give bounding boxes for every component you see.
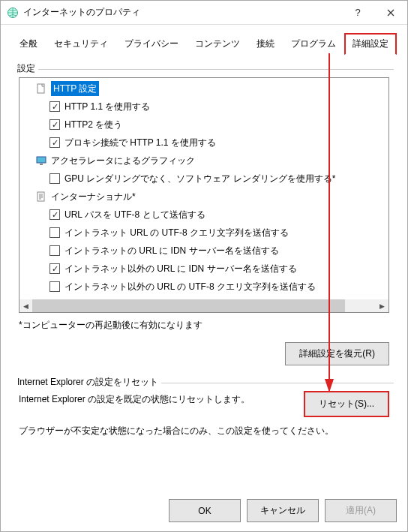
- tree-header-accel[interactable]: アクセラレータによるグラフィック: [20, 152, 388, 170]
- checkbox-icon[interactable]: [50, 281, 60, 292]
- window-title: インターネットのプロパティ: [23, 6, 341, 19]
- scroll-track[interactable]: [32, 299, 376, 312]
- dialog-content: 全般 セキュリティ プライバシー コンテンツ 接続 プログラム 詳細設定 設定 …: [1, 25, 407, 490]
- checkbox-icon[interactable]: ✓: [50, 119, 60, 130]
- tree-header-http-label: HTTP 設定: [51, 81, 99, 96]
- dialog-footer: OK キャンセル 適用(A): [1, 490, 407, 531]
- tree-item[interactable]: ✓イントラネット以外の URL に IDN サーバー名を送信する: [20, 260, 388, 278]
- tab-programs[interactable]: プログラム: [283, 33, 344, 55]
- tab-strip: 全般 セキュリティ プライバシー コンテンツ 接続 プログラム 詳細設定: [11, 32, 397, 55]
- title-bar: インターネットのプロパティ ?: [1, 1, 407, 25]
- reset-description: Internet Explorer の設定を既定の状態にリセットします。: [19, 391, 295, 406]
- settings-group-label: 設定: [14, 62, 38, 75]
- tree-item-label: HTTP 1.1 を使用する: [64, 99, 150, 114]
- tree-item[interactable]: ✓HTTP 1.1 を使用する: [20, 98, 388, 116]
- settings-tree[interactable]: HTTP 設定 ✓HTTP 1.1 を使用する ✓HTTP2 を使う ✓プロキシ…: [19, 77, 389, 313]
- tab-privacy[interactable]: プライバシー: [116, 33, 187, 55]
- document-icon: [36, 191, 46, 202]
- tree-header-accel-label: アクセラレータによるグラフィック: [51, 153, 195, 168]
- checkbox-icon[interactable]: [50, 227, 60, 238]
- tree-item[interactable]: イントラネットの URL に IDN サーバー名を送信する: [20, 242, 388, 260]
- checkbox-icon[interactable]: ✓: [50, 101, 60, 112]
- tree-header-intl[interactable]: インターナショナル*: [20, 188, 388, 206]
- reset-button[interactable]: リセット(S)...: [304, 391, 389, 417]
- cancel-button[interactable]: キャンセル: [247, 499, 319, 522]
- document-icon: [36, 83, 46, 94]
- dialog-window: インターネットのプロパティ ? 全般 セキュリティ プライバシー コンテンツ 接…: [0, 0, 408, 532]
- monitor-icon: [36, 155, 46, 166]
- tree-item[interactable]: ✓プロキシ接続で HTTP 1.1 を使用する: [20, 134, 388, 152]
- settings-tree-inner: HTTP 設定 ✓HTTP 1.1 を使用する ✓HTTP2 を使う ✓プロキシ…: [20, 78, 388, 299]
- scroll-right-arrow-icon[interactable]: ▶: [376, 299, 388, 312]
- reset-note: ブラウザーが不安定な状態になった場合にのみ、この設定を使ってください。: [19, 425, 389, 437]
- tab-connections[interactable]: 接続: [248, 33, 283, 55]
- tree-item[interactable]: イントラネット URL の UTF-8 クエリ文字列を送信する: [20, 224, 388, 242]
- tree-item-label: イントラネット URL の UTF-8 クエリ文字列を送信する: [64, 225, 289, 240]
- checkbox-icon[interactable]: ✓: [50, 263, 60, 274]
- tab-general[interactable]: 全般: [11, 33, 46, 55]
- tree-item-label: イントラネットの URL に IDN サーバー名を送信する: [64, 243, 279, 258]
- tab-panel-advanced: 設定 HTTP 設定 ✓HTTP 1.1 を使用する ✓HTTP2 を使う ✓プ…: [11, 55, 397, 479]
- tree-header-http[interactable]: HTTP 設定: [20, 80, 388, 98]
- tree-item-label: イントラネット以外の URL の UTF-8 クエリ文字列を送信する: [64, 279, 316, 294]
- horizontal-scrollbar[interactable]: ◀ ▶: [20, 299, 388, 312]
- reset-group-label: Internet Explorer の設定をリセット: [14, 376, 161, 389]
- tree-item[interactable]: GPU レンダリングでなく、ソフトウェア レンダリングを使用する*: [20, 170, 388, 188]
- svg-rect-3: [40, 164, 43, 165]
- help-button[interactable]: ?: [341, 2, 374, 24]
- tree-item[interactable]: ✓URL パスを UTF-8 として送信する: [20, 206, 388, 224]
- checkbox-icon[interactable]: ✓: [50, 137, 60, 148]
- tree-item-label: HTTP2 を使う: [64, 117, 122, 132]
- checkbox-icon[interactable]: [50, 173, 60, 184]
- tree-item-label: GPU レンダリングでなく、ソフトウェア レンダリングを使用する*: [64, 171, 335, 186]
- tab-advanced[interactable]: 詳細設定: [344, 33, 397, 55]
- restore-defaults-button[interactable]: 詳細設定を復元(R): [285, 342, 389, 365]
- app-icon: [7, 7, 19, 19]
- svg-rect-4: [38, 192, 44, 201]
- checkbox-icon[interactable]: ✓: [50, 209, 60, 220]
- tree-header-intl-label: インターナショナル*: [51, 189, 136, 204]
- tab-content[interactable]: コンテンツ: [187, 33, 248, 55]
- scroll-left-arrow-icon[interactable]: ◀: [20, 299, 32, 312]
- svg-rect-2: [37, 157, 46, 163]
- checkbox-icon[interactable]: [50, 245, 60, 256]
- tree-item[interactable]: ✓HTTP2 を使う: [20, 116, 388, 134]
- scroll-thumb[interactable]: [32, 299, 345, 312]
- ok-button[interactable]: OK: [169, 499, 241, 522]
- tree-item-label: プロキシ接続で HTTP 1.1 を使用する: [64, 135, 216, 150]
- tree-item[interactable]: イントラネット以外の URL の UTF-8 クエリ文字列を送信する: [20, 278, 388, 296]
- apply-button[interactable]: 適用(A): [325, 499, 397, 522]
- reset-group: Internet Explorer の設定をリセット Internet Expl…: [14, 376, 394, 437]
- tab-security[interactable]: セキュリティ: [46, 33, 116, 55]
- tree-item-label: イントラネット以外の URL に IDN サーバー名を送信する: [64, 261, 297, 276]
- divider: [14, 69, 394, 70]
- close-button[interactable]: [374, 2, 407, 24]
- restart-note: *コンピューターの再起動後に有効になります: [19, 319, 389, 332]
- tree-item-label: URL パスを UTF-8 として送信する: [64, 207, 206, 222]
- svg-rect-1: [38, 84, 44, 93]
